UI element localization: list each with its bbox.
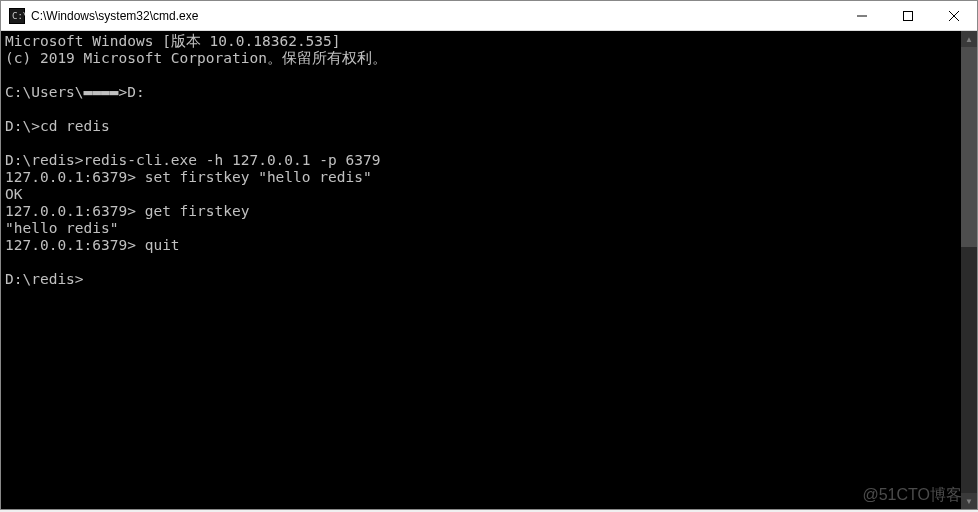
scrollbar[interactable]: ▲ ▼ <box>961 31 977 509</box>
scroll-thumb[interactable] <box>961 47 977 247</box>
maximize-button[interactable] <box>885 1 931 30</box>
titlebar[interactable]: C:\ C:\Windows\system32\cmd.exe <box>1 1 977 31</box>
window-title: C:\Windows\system32\cmd.exe <box>31 9 839 23</box>
cmd-window: C:\ C:\Windows\system32\cmd.exe Microsof… <box>0 0 978 510</box>
cmd-icon: C:\ <box>9 8 25 24</box>
close-button[interactable] <box>931 1 977 30</box>
terminal-output[interactable]: Microsoft Windows [版本 10.0.18362.535] (c… <box>1 31 961 509</box>
svg-text:C:\: C:\ <box>12 11 25 21</box>
window-controls <box>839 1 977 30</box>
scroll-down-button[interactable]: ▼ <box>961 493 977 509</box>
svg-rect-4 <box>904 11 913 20</box>
terminal-area: Microsoft Windows [版本 10.0.18362.535] (c… <box>1 31 977 509</box>
minimize-button[interactable] <box>839 1 885 30</box>
scroll-up-button[interactable]: ▲ <box>961 31 977 47</box>
